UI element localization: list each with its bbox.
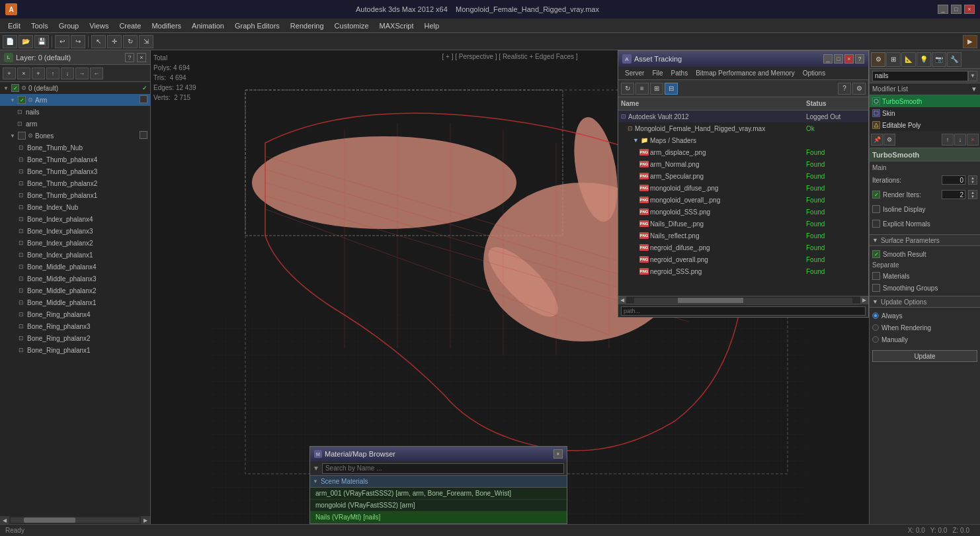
asset-menu-file[interactable]: File [648, 69, 667, 77]
modifier-turbosmooth[interactable]: TurboSmooth [870, 95, 980, 107]
list-item[interactable]: ⊡Bone_Ring_phalanx2 [0, 332, 150, 344]
toolbar-save[interactable]: 💾 [34, 35, 49, 48]
smoothing-groups-check[interactable] [872, 284, 880, 292]
list-item[interactable]: ⊡Bone_Index_phalanx3 [0, 225, 150, 237]
toolbar-select[interactable]: ↖ [91, 35, 106, 48]
asset-menu-options[interactable]: Options [799, 69, 829, 77]
layer-move-up-btn[interactable]: ↑ [46, 67, 60, 79]
toolbar-redo[interactable]: ↪ [71, 35, 85, 48]
asset-row-png-10[interactable]: PNG negroid_SSS.png Found [618, 265, 868, 277]
asset-row-png-8[interactable]: PNG negroid_difuse_.png Found [618, 242, 868, 253]
list-item[interactable]: ⊡Bone_Middle_phalanx4 [0, 261, 150, 273]
asset-scroll-thumb[interactable] [678, 298, 743, 303]
asset-row-vault[interactable]: ⊡ Autodesk Vault 2012 Logged Out [618, 111, 868, 122]
asset-row-max-file[interactable]: ⊡ Mongoloid_Female_Hand_Rigged_vray.max … [618, 122, 868, 134]
mod-move-dn-btn[interactable]: ↓ [954, 134, 966, 146]
matmap-item-1[interactable]: mongoloid (VRayFastSSS2) [arm] [310, 500, 567, 512]
right-icon-4[interactable]: 💡 [917, 52, 931, 67]
menu-help[interactable]: Help [419, 21, 445, 31]
menu-rendering[interactable]: Rendering [285, 21, 329, 31]
asset-row-png-3[interactable]: PNG mongoloid_difuse_.png Found [618, 182, 868, 194]
mod-pin-btn[interactable]: 📌 [871, 134, 883, 146]
asset-row-png-6[interactable]: PNG Nails_Difuse_.png Found [618, 218, 868, 230]
layer-item-arm[interactable]: ▼ ✓ ⚙ Arm [0, 94, 150, 106]
mod-configure-btn[interactable]: ⚙ [883, 134, 895, 146]
layer-add-sel-btn[interactable]: + [32, 67, 45, 79]
matmap-section-header[interactable]: ▼ Scene Materials [310, 476, 567, 488]
menu-tools[interactable]: Tools [26, 21, 54, 31]
menu-maxscript[interactable]: MAXScript [374, 21, 419, 31]
object-name-input[interactable] [872, 71, 968, 81]
menu-customize[interactable]: Customize [329, 21, 374, 31]
list-item[interactable]: ⊡Bone_Middle_phalanx1 [0, 296, 150, 308]
menu-create[interactable]: Create [114, 21, 146, 31]
list-item[interactable]: ⊡Bone_Thumb_phalanx2 [0, 177, 150, 189]
radio-manually[interactable] [872, 336, 879, 343]
mod-delete-btn[interactable]: × [967, 134, 979, 146]
toolbar-new[interactable]: 📄 [3, 35, 17, 48]
asset-scrollbar-h[interactable]: ◀ ▶ [618, 296, 868, 304]
toolbar-render[interactable]: ▶ [963, 35, 977, 48]
asset-path-input[interactable] [621, 306, 866, 316]
isoline-check[interactable] [872, 205, 880, 213]
layer-item-arm-obj[interactable]: ⊡ arm [0, 118, 150, 130]
asset-menu-paths[interactable]: Paths [667, 69, 692, 77]
list-item[interactable]: ⊡Bone_Ring_phalanx4 [0, 308, 150, 320]
asset-close-btn[interactable]: × [844, 54, 854, 64]
right-icon-3[interactable]: 📐 [901, 52, 916, 67]
scroll-left-btn[interactable]: ◀ [0, 516, 9, 524]
right-icon-5[interactable]: 📷 [932, 52, 946, 67]
radio-always[interactable] [872, 312, 879, 319]
modifier-dropdown-btn[interactable]: ▼ [968, 71, 977, 81]
list-item[interactable]: ⊡Bone_Middle_phalanx3 [0, 273, 150, 285]
list-item[interactable]: ⊡Bone_Ring_phalanx3 [0, 320, 150, 332]
layer-outdent-btn[interactable]: ← [90, 67, 103, 79]
asset-maximize-btn[interactable]: □ [834, 54, 843, 64]
menu-group[interactable]: Group [54, 21, 85, 31]
asset-row-png-7[interactable]: PNG Nails_reflect.png Found [618, 230, 868, 242]
list-item[interactable]: ⊡Bone_Ring_phalanx1 [0, 344, 150, 356]
layers-scrollbar[interactable]: ◀ ▶ [0, 516, 150, 524]
asset-row-png-4[interactable]: PNG mongoloid_overall_.png Found [618, 194, 868, 206]
mod-move-up-btn[interactable]: ↑ [942, 134, 954, 146]
asset-toolbar-tree[interactable]: ⊟ [665, 83, 678, 95]
right-icon-1[interactable]: ⚙ [871, 52, 885, 67]
asset-minimize-btn[interactable]: _ [823, 54, 833, 64]
layer-indent-btn[interactable]: → [75, 67, 89, 79]
iterations-input[interactable] [942, 175, 965, 185]
asset-toolbar-refresh[interactable]: ↻ [621, 83, 634, 95]
layer-delete-btn[interactable]: × [17, 67, 30, 79]
asset-toolbar-settings[interactable]: ⚙ [852, 83, 866, 95]
layer-item-nails[interactable]: ⊡ nails [0, 106, 150, 118]
layer-item[interactable]: ▼ ✓ ⚙ 0 (default) ✓ [0, 82, 150, 94]
right-icon-6[interactable]: 🔧 [947, 52, 961, 67]
asset-help-btn[interactable]: ? [855, 54, 864, 64]
modifier-editable-poly[interactable]: Editable Poly [870, 119, 980, 131]
layer-add-btn[interactable]: + [3, 67, 16, 79]
viewport[interactable]: Total Polys: 4 694 Tris: 4 694 Edges: 12… [151, 50, 869, 524]
layer-move-dn-btn[interactable]: ↓ [61, 67, 74, 79]
layers-scroll-thumb[interactable] [24, 517, 75, 523]
materials-check[interactable] [872, 272, 880, 280]
arm-vis-check[interactable] [140, 95, 147, 103]
render-iters-input[interactable] [942, 190, 965, 199]
menu-edit[interactable]: Edit [3, 21, 26, 31]
list-item[interactable]: ⊡Bone_Thumb_phalanx1 [0, 189, 150, 201]
list-item[interactable]: ⊡Bone_Thumb_phalanx4 [0, 154, 150, 165]
layer-item-bones[interactable]: ▼ ⚙ Bones [0, 130, 150, 142]
surface-params-header[interactable]: ▼ Surface Parameters [870, 234, 980, 246]
asset-scroll-right[interactable]: ▶ [860, 296, 868, 304]
asset-toolbar-help[interactable]: ? [838, 83, 851, 95]
toolbar-rotate[interactable]: ↻ [123, 35, 138, 48]
radio-when-rendering[interactable] [872, 324, 879, 331]
matmap-item-2[interactable]: Nails (VRayMtl) [nails] [310, 512, 567, 523]
asset-menu-server[interactable]: Server [621, 69, 648, 77]
iterations-spinner[interactable]: ▲ ▼ [968, 175, 977, 185]
update-options-header[interactable]: ▼ Update Options [870, 296, 980, 308]
asset-row-png-9[interactable]: PNG negroid_overall.png Found [618, 253, 868, 265]
menu-animation[interactable]: Animation [186, 21, 229, 31]
modifier-list-dropdown[interactable]: ▼ [971, 85, 977, 93]
asset-row-png-5[interactable]: PNG mongoloid_SSS.png Found [618, 206, 868, 218]
list-item[interactable]: ⊡Bone_Index_Nub [0, 201, 150, 213]
matmap-close-btn[interactable]: × [553, 449, 563, 459]
